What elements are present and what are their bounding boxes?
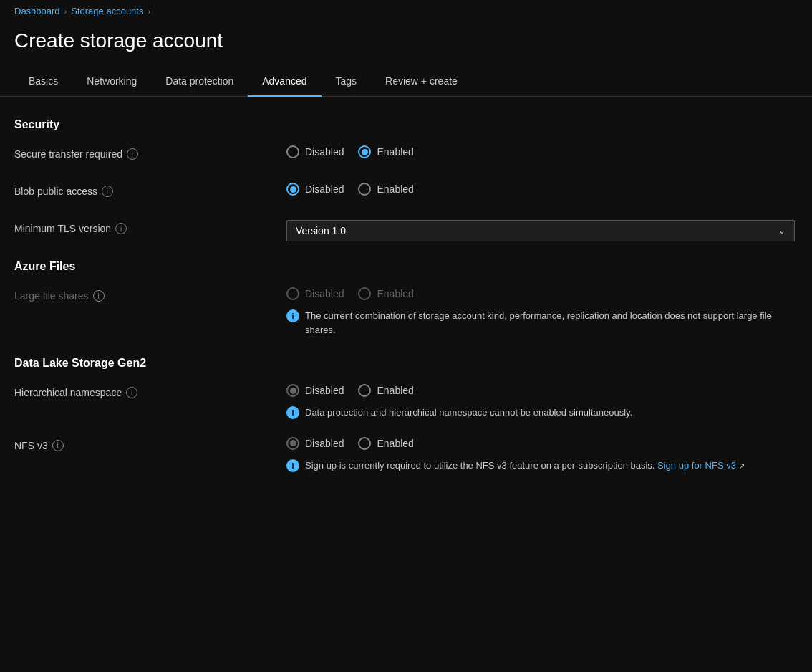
nfs-v3-row: NFS v3 i Disabled Enabled i Sign up is c… <box>14 437 798 476</box>
large-file-disabled-label: Disabled <box>305 288 344 299</box>
nfs-v3-text: NFS v3 <box>14 440 48 451</box>
large-file-info-circle: i <box>286 309 299 322</box>
blob-access-disabled-radio[interactable] <box>286 183 299 196</box>
tab-networking[interactable]: Networking <box>72 67 151 97</box>
nfs-disabled-radio[interactable] <box>286 437 299 450</box>
hierarchical-enabled-radio[interactable] <box>358 384 371 397</box>
nfs-signup-link[interactable]: Sign up for NFS v3 <box>657 460 736 471</box>
nfs-enabled-option[interactable]: Enabled <box>358 437 413 450</box>
blob-access-disabled-label: Disabled <box>305 183 344 195</box>
hierarchical-namespace-info-icon[interactable]: i <box>126 387 137 398</box>
tab-tags[interactable]: Tags <box>322 67 372 97</box>
hierarchical-info-text: Data protection and hierarchical namespa… <box>305 405 632 420</box>
large-file-shares-row: Large file shares i Disabled Enabled i T… <box>14 287 798 340</box>
chevron-down-icon: ⌄ <box>778 226 786 236</box>
hierarchical-namespace-controls: Disabled Enabled i Data protection and h… <box>286 384 632 423</box>
tab-review-create[interactable]: Review + create <box>371 67 472 97</box>
min-tls-select[interactable]: Version 1.0 ⌄ <box>286 220 795 241</box>
blob-public-access-control: Disabled Enabled <box>286 183 414 196</box>
large-file-shares-label: Large file shares i <box>14 287 286 302</box>
breadcrumb: Dashboard › Storage accounts › <box>0 0 812 22</box>
blob-access-disabled-option[interactable]: Disabled <box>286 183 344 196</box>
tabs-container: Basics Networking Data protection Advanc… <box>0 67 812 97</box>
nfs-v3-radio-row: Disabled Enabled <box>286 437 745 450</box>
azure-files-section-title: Azure Files <box>14 260 798 273</box>
secure-transfer-disabled-radio[interactable] <box>286 145 299 158</box>
secure-transfer-control: Disabled Enabled <box>286 145 414 158</box>
blob-public-access-info-icon[interactable]: i <box>102 186 113 197</box>
nfs-info-text: Sign up is currently required to utilize… <box>305 459 745 473</box>
breadcrumb-sep1: › <box>64 7 67 16</box>
large-file-shares-radio-row: Disabled Enabled <box>286 287 798 300</box>
secure-transfer-disabled-option[interactable]: Disabled <box>286 145 344 158</box>
tab-advanced[interactable]: Advanced <box>248 67 321 97</box>
large-file-disabled-option[interactable]: Disabled <box>286 287 344 300</box>
blob-public-access-text: Blob public access <box>14 186 97 197</box>
page-title: Create storage account <box>14 29 798 52</box>
min-tls-info-icon[interactable]: i <box>115 223 127 234</box>
breadcrumb-storage-accounts[interactable]: Storage accounts <box>71 6 143 16</box>
nfs-v3-info-icon[interactable]: i <box>52 440 64 451</box>
hierarchical-disabled-radio[interactable] <box>286 384 299 397</box>
secure-transfer-info-icon[interactable]: i <box>127 148 138 160</box>
large-file-enabled-radio[interactable] <box>358 287 371 300</box>
secure-transfer-row: Secure transfer required i Disabled Enab… <box>14 145 798 168</box>
blob-access-enabled-option[interactable]: Enabled <box>358 183 413 196</box>
blob-access-enabled-label: Enabled <box>377 183 413 195</box>
tab-basics[interactable]: Basics <box>14 67 72 97</box>
nfs-disabled-label: Disabled <box>305 438 344 449</box>
large-file-info-text: The current combination of storage accou… <box>305 309 798 337</box>
hierarchical-disabled-label: Disabled <box>305 385 344 396</box>
nfs-enabled-label: Enabled <box>377 438 413 449</box>
min-tls-row: Minimum TLS version i Version 1.0 ⌄ <box>14 220 798 243</box>
secure-transfer-label: Secure transfer required i <box>14 145 286 160</box>
hierarchical-disabled-option[interactable]: Disabled <box>286 384 344 397</box>
page-header: Create storage account <box>0 22 812 67</box>
secure-transfer-enabled-option[interactable]: Enabled <box>358 145 413 158</box>
min-tls-value: Version 1.0 <box>296 225 346 236</box>
nfs-disabled-option[interactable]: Disabled <box>286 437 344 450</box>
large-file-enabled-option[interactable]: Enabled <box>358 287 413 300</box>
nfs-v3-label: NFS v3 i <box>14 437 286 451</box>
large-file-disabled-radio[interactable] <box>286 287 299 300</box>
large-file-shares-text: Large file shares <box>14 290 89 302</box>
nfs-info-circle: i <box>286 459 299 472</box>
tab-data-protection[interactable]: Data protection <box>151 67 248 97</box>
blob-public-access-label: Blob public access i <box>14 183 286 197</box>
hierarchical-info-circle: i <box>286 406 299 419</box>
nfs-v3-controls: Disabled Enabled i Sign up is currently … <box>286 437 745 476</box>
hierarchical-namespace-row: Hierarchical namespace i Disabled Enable… <box>14 384 798 423</box>
nfs-enabled-radio[interactable] <box>358 437 371 450</box>
secure-transfer-text: Secure transfer required <box>14 148 122 160</box>
large-file-info-box: i The current combination of storage acc… <box>286 306 798 340</box>
breadcrumb-sep2: › <box>148 7 150 16</box>
external-link-icon: ↗ <box>739 462 745 470</box>
large-file-enabled-label: Enabled <box>377 288 413 299</box>
hierarchical-namespace-label: Hierarchical namespace i <box>14 384 286 398</box>
data-lake-section-title: Data Lake Storage Gen2 <box>14 357 798 370</box>
hierarchical-enabled-label: Enabled <box>377 385 413 396</box>
blob-public-access-row: Blob public access i Disabled Enabled <box>14 183 798 206</box>
hierarchical-enabled-option[interactable]: Enabled <box>358 384 413 397</box>
hierarchical-namespace-radio-row: Disabled Enabled <box>286 384 632 397</box>
min-tls-label: Minimum TLS version i <box>14 220 286 234</box>
secure-transfer-enabled-radio[interactable] <box>358 145 371 158</box>
secure-transfer-enabled-label: Enabled <box>377 146 413 158</box>
large-file-shares-info-icon[interactable]: i <box>93 290 105 302</box>
hierarchical-namespace-text: Hierarchical namespace <box>14 387 122 398</box>
large-file-shares-controls: Disabled Enabled i The current combinati… <box>286 287 798 340</box>
nfs-info-box: i Sign up is currently required to utili… <box>286 456 745 476</box>
secure-transfer-disabled-label: Disabled <box>305 146 344 158</box>
security-section-title: Security <box>14 118 798 131</box>
blob-access-enabled-radio[interactable] <box>358 183 371 196</box>
hierarchical-info-box: i Data protection and hierarchical names… <box>286 403 632 423</box>
breadcrumb-dashboard[interactable]: Dashboard <box>14 6 60 16</box>
content-area: Security Secure transfer required i Disa… <box>0 97 812 511</box>
min-tls-text: Minimum TLS version <box>14 223 111 234</box>
